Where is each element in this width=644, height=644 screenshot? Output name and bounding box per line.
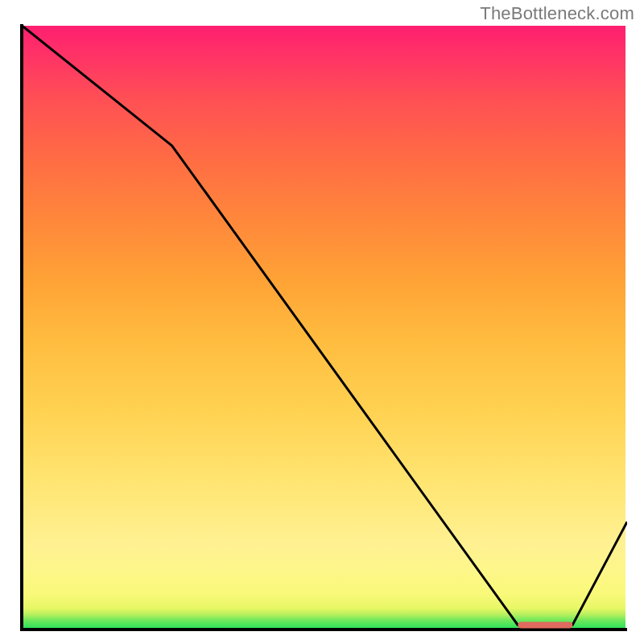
- chart-svg: [20, 24, 627, 631]
- optimal-range-marker: [518, 622, 572, 629]
- watermark-text: TheBottleneck.com: [480, 3, 634, 24]
- chart-container: TheBottleneck.com: [0, 0, 644, 644]
- plot-area: [20, 24, 627, 631]
- bottleneck-curve: [20, 24, 627, 625]
